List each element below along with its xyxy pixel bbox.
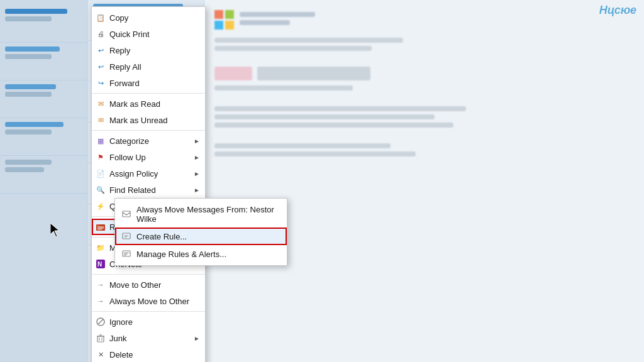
menu-item-follow-up[interactable]: ⚑ Follow Up ►	[92, 149, 205, 165]
menu-label-reply: Reply	[109, 46, 200, 55]
menu-item-mark-read[interactable]: ✉ Mark as Read	[92, 96, 205, 112]
separator-5	[92, 274, 205, 275]
separator-2	[92, 130, 205, 131]
menu-item-delete[interactable]: ✕ Delete	[92, 346, 205, 362]
create-rule-icon	[121, 231, 131, 241]
move-icon: 📁	[96, 243, 106, 253]
svg-rect-14	[123, 211, 130, 217]
menu-label-quick-print: Quick Print	[109, 30, 200, 39]
menu-label-follow-up: Follow Up	[109, 153, 190, 162]
manage-rules-icon	[121, 249, 131, 259]
submenu-label-create-rule: Create Rule...	[136, 232, 187, 241]
separator-1	[92, 93, 205, 94]
menu-item-ignore[interactable]: Ignore	[92, 314, 205, 330]
always-move-icon: →	[96, 296, 106, 306]
menu-item-copy[interactable]: 📋 Copy	[92, 9, 205, 26]
menu-label-mark-read: Mark as Read	[109, 99, 200, 109]
move-other-icon: →	[96, 280, 106, 290]
quick-steps-icon: ⚡	[96, 201, 106, 211]
followup-icon: ⚑	[96, 152, 106, 162]
menu-label-find-related: Find Related	[109, 185, 190, 195]
menu-item-forward[interactable]: ↪ Forward	[92, 75, 205, 91]
menu-item-categorize[interactable]: ▦ Categorize ►	[92, 133, 205, 149]
submenu: Always Move Messages From: Nestor Wilke …	[114, 198, 287, 266]
reply-icon: ↩	[96, 45, 106, 55]
context-menu-overlay: 📋 Copy 🖨 Quick Print ↩ Reply ↩ Reply All…	[91, 6, 206, 362]
print-icon: 🖨	[96, 29, 106, 39]
mark-unread-icon: ✉	[96, 115, 106, 125]
followup-arrow: ►	[194, 154, 200, 161]
menu-item-find-related[interactable]: 🔍 Find Related ►	[92, 182, 205, 198]
top-label: Нцсюе	[599, 4, 636, 16]
find-related-arrow: ►	[194, 187, 200, 194]
menu-item-mark-unread[interactable]: ✉ Mark as Unread	[92, 112, 205, 128]
menu-item-reply[interactable]: ↩ Reply	[92, 42, 205, 58]
menu-label-forward: Forward	[109, 79, 200, 88]
menu-label-always-move: Always Move to Other	[109, 297, 200, 306]
rules-icon	[96, 222, 106, 232]
svg-text:N: N	[97, 261, 102, 268]
mark-read-icon: ✉	[96, 99, 106, 109]
forward-icon: ↪	[96, 78, 106, 88]
submenu-item-always-move-from[interactable]: Always Move Messages From: Nestor Wilke	[115, 201, 287, 228]
menu-label-assign-policy: Assign Policy	[109, 169, 190, 178]
menu-label-reply-all: Reply All	[109, 62, 200, 72]
context-menu: 📋 Copy 🖨 Quick Print ↩ Reply ↩ Reply All…	[91, 6, 206, 362]
junk-arrow: ►	[194, 335, 200, 342]
menu-label-delete: Delete	[109, 350, 200, 359]
onenote-icon: N	[96, 259, 106, 269]
policy-arrow: ►	[194, 170, 200, 177]
rules-submenu: Always Move Messages From: Nestor Wilke …	[114, 198, 287, 266]
menu-label-junk: Junk	[109, 334, 190, 343]
menu-item-reply-all[interactable]: ↩ Reply All	[92, 58, 205, 75]
menu-item-assign-policy[interactable]: 📄 Assign Policy ►	[92, 165, 205, 182]
delete-icon: ✕	[96, 349, 106, 359]
reply-all-icon: ↩	[96, 62, 106, 72]
junk-icon	[96, 333, 106, 343]
svg-rect-9	[97, 336, 104, 342]
categorize-icon: ▦	[96, 136, 106, 146]
copy-icon: 📋	[96, 13, 106, 23]
find-related-icon: 🔍	[96, 185, 106, 195]
menu-item-move-other[interactable]: → Move to Other	[92, 277, 205, 293]
menu-label-ignore: Ignore	[109, 317, 200, 327]
always-move-from-icon	[121, 209, 131, 219]
menu-label-move-other: Move to Other	[109, 280, 200, 290]
svg-line-8	[98, 319, 103, 324]
separator-6	[92, 311, 205, 312]
menu-label-categorize: Categorize	[109, 136, 190, 146]
submenu-label-manage-rules: Manage Rules & Alerts...	[136, 250, 226, 259]
menu-item-always-move[interactable]: → Always Move to Other	[92, 293, 205, 309]
submenu-label-always-move-from: Always Move Messages From: Nestor Wilke	[136, 205, 280, 224]
menu-label-copy: Copy	[109, 13, 200, 23]
menu-item-quick-print[interactable]: 🖨 Quick Print	[92, 26, 205, 42]
svg-rect-1	[96, 224, 100, 226]
menu-label-mark-unread: Mark as Unread	[109, 116, 200, 125]
top-bar: Нцсюе	[592, 0, 644, 21]
sidebar	[0, 0, 88, 362]
menu-item-junk[interactable]: Junk ►	[92, 330, 205, 346]
categorize-arrow: ►	[194, 138, 200, 145]
ignore-icon	[96, 317, 106, 327]
policy-icon: 📄	[96, 168, 106, 178]
main-content	[204, 0, 644, 362]
submenu-item-create-rule[interactable]: Create Rule...	[115, 228, 287, 245]
submenu-item-manage-rules[interactable]: Manage Rules & Alerts...	[115, 245, 287, 263]
